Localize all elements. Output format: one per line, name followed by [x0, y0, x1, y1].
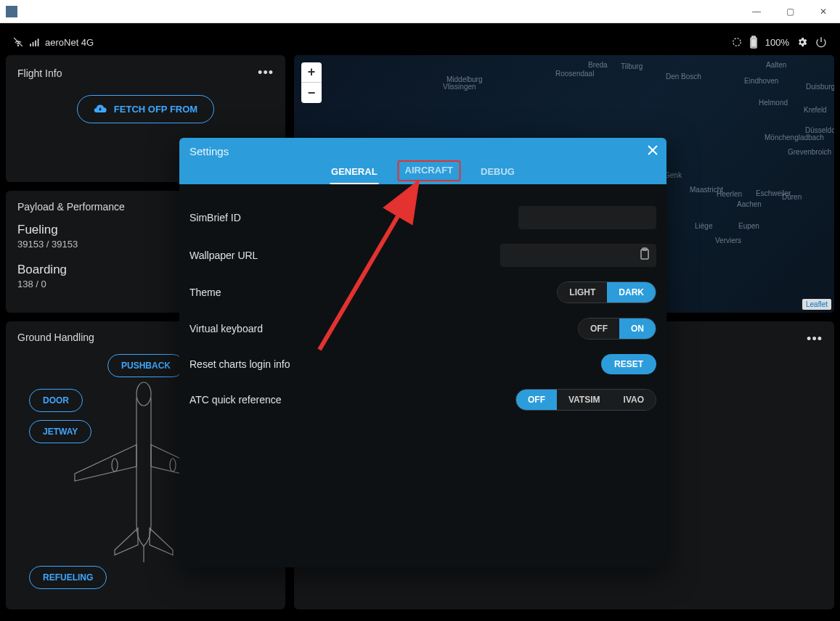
svg-rect-3 [33, 42, 34, 46]
vkeyboard-toggle: OFF ON [578, 318, 656, 340]
ground-handling-title: Ground Handling [17, 332, 94, 343]
status-bar: aeroNet 4G 100% [6, 29, 834, 55]
map-city-label: Breda [588, 61, 608, 69]
map-city-label: Krefeld [804, 106, 827, 114]
svg-point-13 [170, 458, 176, 472]
map-city-label: Genk [664, 171, 682, 179]
wallpaper-label: Wallpaper URL [189, 250, 258, 261]
flight-info-title: Flight Info [17, 67, 62, 79]
sync-icon [732, 37, 742, 47]
settings-title: Settings [189, 145, 229, 157]
map-city-label: Roosendaal [555, 70, 594, 78]
svg-rect-5 [38, 38, 39, 46]
map-city-label: Duisburg [806, 83, 834, 91]
tab-debug[interactable]: DEBUG [473, 160, 522, 184]
simbrief-input[interactable] [518, 206, 656, 229]
map-city-label: Aachen [737, 200, 762, 208]
signal-icon [29, 37, 39, 47]
fueling-label: Fueling [17, 223, 78, 237]
power-icon[interactable] [815, 36, 827, 48]
network-label: aeroNet 4G [45, 37, 94, 48]
settings-modal: Settings GENERAL AIRCRAFT DEBUG SimBrief… [179, 138, 666, 567]
window-titlebar: — ▢ ✕ [0, 0, 840, 23]
app-container: aeroNet 4G 100% Flight Info ••• [0, 23, 840, 621]
app-icon [6, 6, 17, 17]
settings-header: Settings GENERAL AIRCRAFT DEBUG [179, 138, 666, 184]
right-lower-menu[interactable]: ••• [807, 332, 823, 347]
theme-dark-button[interactable]: DARK [607, 282, 656, 303]
map-zoom-in-button[interactable]: + [301, 62, 322, 83]
svg-point-11 [136, 382, 151, 406]
payload-title: Payload & Performance [17, 201, 125, 213]
window-close-button[interactable]: ✕ [807, 0, 840, 23]
clipboard-icon[interactable] [639, 247, 651, 263]
vkeyboard-off-button[interactable]: OFF [579, 318, 619, 339]
map-zoom-controls: + − [301, 62, 322, 103]
map-city-label: Liège [695, 222, 712, 230]
window-minimize-button[interactable]: — [740, 0, 773, 23]
map-city-label: Mönchengladbach [764, 133, 824, 141]
flight-info-menu[interactable]: ••• [258, 65, 274, 81]
window-maximize-button[interactable]: ▢ [773, 0, 807, 23]
atc-off-button[interactable]: OFF [516, 390, 557, 410]
svg-rect-2 [30, 44, 31, 46]
vkeyboard-on-button[interactable]: ON [619, 318, 656, 339]
fetch-ofp-label: FETCH OFP FROM [114, 104, 197, 115]
map-city-label: Eindhoven [744, 77, 778, 85]
map-zoom-out-button[interactable]: − [301, 83, 322, 103]
svg-rect-9 [751, 39, 755, 46]
map-city-label: Tilburg [621, 62, 643, 70]
battery-icon [749, 36, 758, 49]
atc-ivao-button[interactable]: IVAO [612, 390, 656, 410]
wifi-icon [13, 37, 23, 47]
svg-point-12 [112, 458, 118, 472]
settings-close-button[interactable] [648, 145, 658, 158]
map-city-label: Grevenbroich [788, 148, 831, 156]
leaflet-attribution[interactable]: Leaflet [802, 299, 831, 310]
boarding-value: 138 / 0 [17, 279, 67, 289]
theme-toggle: LIGHT DARK [557, 281, 656, 303]
map-city-label: Den Bosch [666, 73, 701, 81]
map-city-label: Eupen [738, 222, 759, 230]
map-city-label: Vlissingen [443, 83, 476, 91]
boarding-label: Boarding [17, 263, 67, 277]
theme-label: Theme [189, 287, 221, 298]
tab-aircraft[interactable]: AIRCRAFT [398, 160, 460, 181]
svg-point-0 [17, 45, 18, 46]
map-city-label: Verviers [715, 237, 741, 244]
theme-light-button[interactable]: LIGHT [558, 282, 607, 303]
svg-rect-4 [35, 41, 36, 46]
wallpaper-input[interactable] [500, 244, 656, 267]
fueling-value: 39153 / 39153 [17, 239, 78, 250]
map-city-label: Aalten [766, 61, 786, 69]
cloud-download-icon [94, 103, 107, 115]
battery-label: 100% [765, 37, 789, 48]
atc-toggle: OFF VATSIM IVAO [515, 389, 656, 411]
gear-icon[interactable] [796, 36, 808, 48]
svg-rect-8 [752, 36, 755, 38]
map-city-label: Eschweiler [756, 189, 791, 197]
svg-rect-17 [641, 250, 648, 259]
atc-label: ATC quick reference [189, 394, 282, 406]
tab-general[interactable]: GENERAL [324, 160, 385, 184]
map-city-label: Heerlen [717, 190, 742, 198]
reset-charts-button[interactable]: RESET [601, 354, 656, 374]
map-city-label: Helmond [759, 99, 788, 107]
vkeyboard-label: Virtual keyboard [189, 323, 263, 334]
svg-point-6 [733, 38, 741, 46]
atc-vatsim-button[interactable]: VATSIM [557, 390, 612, 410]
simbrief-label: SimBrief ID [189, 212, 241, 223]
fetch-ofp-button[interactable]: FETCH OFP FROM [77, 95, 214, 123]
reset-charts-label: Reset charts login info [189, 358, 290, 370]
